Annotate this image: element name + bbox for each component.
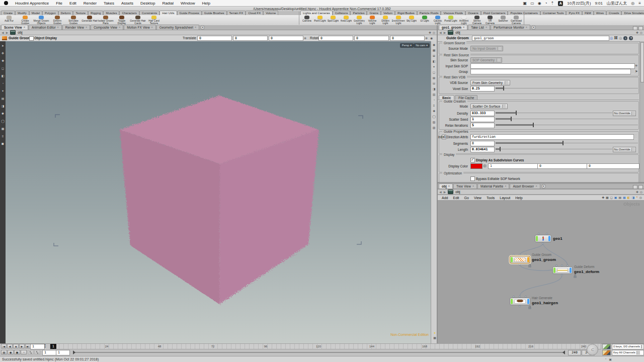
shelf-tool[interactable]: Caustic Light bbox=[431, 15, 444, 25]
shelf-tool[interactable]: Generate Hair bbox=[82, 15, 98, 25]
display-flag[interactable] bbox=[553, 267, 555, 273]
shelf-tab[interactable]: Guide Brushes bbox=[202, 11, 227, 15]
viewport-tool-icon[interactable]: ▤ bbox=[2, 97, 5, 100]
viewport-display-icon[interactable]: ⊞ bbox=[433, 54, 435, 57]
node-name[interactable]: geo1 bbox=[553, 236, 562, 241]
display-flag[interactable] bbox=[536, 236, 538, 241]
shelf-tool[interactable]: Spot Light bbox=[327, 15, 340, 25]
menubar-item[interactable]: Window bbox=[181, 1, 195, 6]
key-all-channels-dropdown[interactable]: Key All Channels bbox=[612, 350, 644, 355]
pane-tab[interactable]: Geometry Spreadsheet bbox=[156, 25, 199, 30]
shelf-tool[interactable]: Volume Light bbox=[366, 15, 379, 25]
source-mode-dropdown[interactable]: No Input Groom bbox=[470, 46, 503, 51]
playbar-option-icon[interactable]: ◔ bbox=[21, 350, 27, 354]
new-pane-tab-icon[interactable]: ▾ bbox=[541, 184, 546, 189]
shelf-tool[interactable]: Portal Light bbox=[444, 15, 457, 25]
viewport-tool-icon[interactable]: ▦ bbox=[2, 127, 5, 130]
menubar-item[interactable]: Render bbox=[84, 1, 97, 6]
network-menu-item[interactable]: Edit bbox=[453, 196, 459, 200]
key-icon[interactable] bbox=[602, 350, 611, 355]
viewport-display-icon[interactable]: ✚ bbox=[433, 110, 435, 113]
shelf-tab[interactable]: Particles bbox=[350, 11, 367, 15]
shelf-tab[interactable]: Polygon bbox=[42, 11, 58, 15]
shelf-tool[interactable]: Environment Light bbox=[392, 15, 405, 25]
scatter-seed-field[interactable]: 1 bbox=[470, 117, 495, 122]
node-name[interactable]: geo1_hairgen bbox=[532, 301, 558, 305]
shelf-tool[interactable]: Camera bbox=[300, 15, 313, 25]
status-icon[interactable]: ◉ bbox=[538, 1, 541, 6]
shelf-tool[interactable]: Add Fur bbox=[1, 15, 17, 25]
network-toolbar-icon[interactable]: ▦ bbox=[606, 196, 609, 199]
status-icon[interactable]: ▣ bbox=[523, 1, 527, 6]
shelf-tab[interactable]: Terrain FX bbox=[227, 11, 246, 15]
shelf-tab[interactable]: Hair Utils bbox=[159, 11, 177, 15]
shelf-tool[interactable]: Isolate Groom Parts bbox=[98, 15, 114, 25]
viewport-display-icon[interactable]: ▧ bbox=[433, 121, 436, 124]
viewport-display-icon[interactable]: ▨ bbox=[433, 126, 436, 129]
pane-tab[interactable]: Motion FX View bbox=[124, 25, 156, 30]
shelf-tab[interactable]: Guide Process bbox=[177, 11, 202, 15]
subdivision-curves-checkbox[interactable] bbox=[470, 158, 475, 162]
spotlight-search-icon[interactable]: ◎ bbox=[631, 1, 634, 6]
op-jump-icon[interactable]: ◎ bbox=[610, 36, 613, 40]
viewport-tool-icon[interactable]: ✦ bbox=[2, 89, 4, 93]
pane-split-icon[interactable] bbox=[638, 185, 643, 189]
status-icon[interactable]: ▭ bbox=[530, 1, 534, 6]
shelf-tab[interactable]: Grains bbox=[367, 11, 381, 15]
lighting-toggle-icon[interactable]: ● bbox=[434, 331, 436, 334]
question-icon[interactable]: ? bbox=[629, 36, 633, 40]
viewport-tool-icon[interactable]: ◻ bbox=[2, 67, 4, 70]
initial-direction-field[interactable]: furdirection bbox=[470, 134, 634, 140]
jog-wheel[interactable]: ⊂ bbox=[587, 344, 598, 355]
pin-icon[interactable]: ✚ bbox=[636, 31, 638, 34]
viewport-tool-icon[interactable]: ➤ bbox=[2, 44, 4, 47]
forward-icon[interactable]: ▶ bbox=[444, 190, 446, 194]
apple-menu-icon[interactable] bbox=[4, 1, 8, 5]
notification-center-icon[interactable]: ≡ bbox=[638, 1, 641, 6]
menubar-item[interactable]: File bbox=[56, 1, 62, 6]
link-icon[interactable]: ◎ bbox=[433, 31, 435, 34]
rotate-ladder-icon[interactable]: ⊕ bbox=[425, 36, 428, 40]
network-toolbar-icon[interactable]: ✚ bbox=[602, 196, 604, 199]
skin-source-dropdown[interactable]: SOP Geometry bbox=[470, 57, 502, 63]
path-context[interactable]: obj bbox=[455, 190, 460, 194]
viewport-tool-icon[interactable]: ◔ bbox=[2, 82, 4, 85]
shelf-tab[interactable]: Texture bbox=[73, 11, 88, 15]
forward-icon[interactable]: ▶ bbox=[444, 31, 446, 34]
viewport-display-icon[interactable]: ◨ bbox=[433, 87, 436, 90]
path-context[interactable]: obj bbox=[455, 31, 460, 34]
bypass-sop-checkbox[interactable] bbox=[470, 176, 475, 181]
network-menu-item[interactable]: View bbox=[474, 196, 481, 200]
viewport-display-icon[interactable]: ◻ bbox=[433, 71, 435, 74]
viewport-tool-icon[interactable]: ✚ bbox=[2, 59, 4, 62]
network-toolbar-icon[interactable]: ▤ bbox=[618, 196, 621, 199]
relax-iterations-field[interactable]: 5 bbox=[470, 123, 495, 128]
transport-button[interactable]: ■ bbox=[13, 344, 19, 348]
node-geo1-deform[interactable] bbox=[552, 266, 573, 274]
shelf-tab[interactable]: Pyro FX bbox=[566, 11, 582, 15]
viewport-display-icon[interactable]: ≡ bbox=[433, 104, 435, 107]
menubar-item[interactable]: Edit bbox=[69, 1, 76, 6]
menubar-item[interactable]: Radial bbox=[162, 1, 174, 6]
shelf-tab[interactable]: Container Tools bbox=[540, 11, 567, 15]
viewport-tool-icon[interactable]: ◼ bbox=[2, 142, 4, 145]
shelf-tool[interactable]: Distant Light bbox=[379, 15, 392, 25]
pane-tab[interactable]: Scene View bbox=[1, 25, 28, 30]
render-flag[interactable] bbox=[548, 236, 550, 241]
template-flag[interactable] bbox=[527, 257, 529, 262]
pane-tab[interactable]: Take List bbox=[468, 25, 490, 30]
back-icon[interactable]: ◀ bbox=[439, 31, 442, 34]
pane-tab[interactable]: Render View bbox=[62, 25, 90, 30]
viewport-tool-icon[interactable]: ✱ bbox=[2, 112, 4, 115]
keyframe-thumbnail-icon[interactable] bbox=[602, 344, 611, 349]
shelf-tab[interactable]: Wires bbox=[594, 11, 606, 15]
message-log-icon[interactable]: ◔ bbox=[605, 357, 607, 361]
playbar-option-icon[interactable]: ▤ bbox=[1, 350, 7, 354]
link-icon[interactable]: ◎ bbox=[640, 31, 642, 34]
transport-button[interactable]: ▶ bbox=[19, 344, 25, 348]
shelf-tab[interactable]: Model bbox=[29, 11, 42, 15]
menubar-item[interactable]: Takes bbox=[104, 1, 114, 6]
back-icon[interactable]: ◀ bbox=[2, 31, 4, 34]
grid-toggle-icon[interactable]: ▦ bbox=[433, 336, 436, 339]
render-flag[interactable] bbox=[570, 267, 572, 273]
